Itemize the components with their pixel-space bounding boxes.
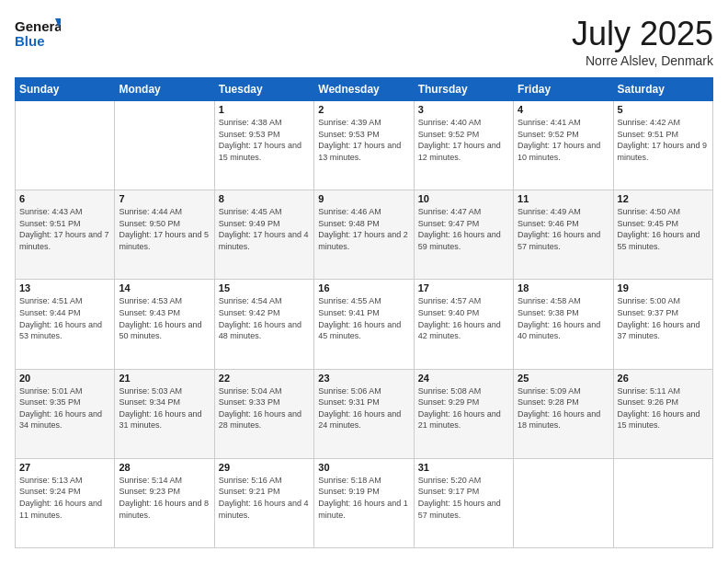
- day-info: Sunrise: 4:49 AM Sunset: 9:46 PM Dayligh…: [518, 206, 609, 252]
- calendar-cell: 29Sunrise: 5:16 AM Sunset: 9:21 PM Dayli…: [214, 458, 313, 547]
- header-wednesday: Wednesday: [314, 78, 414, 101]
- day-info: Sunrise: 5:03 AM Sunset: 9:34 PM Dayligh…: [119, 385, 210, 431]
- calendar-cell: 21Sunrise: 5:03 AM Sunset: 9:34 PM Dayli…: [115, 369, 214, 458]
- header-saturday: Saturday: [613, 78, 712, 101]
- day-number: 24: [418, 373, 509, 384]
- day-info: Sunrise: 5:08 AM Sunset: 9:29 PM Dayligh…: [418, 385, 509, 431]
- calendar-cell: 31Sunrise: 5:20 AM Sunset: 9:17 PM Dayli…: [414, 458, 513, 547]
- day-number: 6: [19, 193, 110, 204]
- day-number: 27: [19, 462, 110, 473]
- day-number: 21: [119, 373, 210, 384]
- calendar-cell: 5Sunrise: 4:42 AM Sunset: 9:51 PM Daylig…: [613, 101, 712, 190]
- calendar-cell: 19Sunrise: 5:00 AM Sunset: 9:37 PM Dayli…: [613, 280, 712, 369]
- calendar-cell: 1Sunrise: 4:38 AM Sunset: 9:53 PM Daylig…: [214, 101, 313, 190]
- calendar-cell: 13Sunrise: 4:51 AM Sunset: 9:44 PM Dayli…: [16, 280, 115, 369]
- calendar-cell: 6Sunrise: 4:43 AM Sunset: 9:51 PM Daylig…: [16, 190, 115, 280]
- day-number: 31: [418, 462, 509, 473]
- calendar-cell: [613, 458, 712, 547]
- day-number: 16: [318, 282, 409, 293]
- day-number: 3: [418, 104, 509, 115]
- day-number: 4: [518, 104, 609, 115]
- calendar-cell: 2Sunrise: 4:39 AM Sunset: 9:53 PM Daylig…: [314, 101, 414, 190]
- day-number: 18: [518, 282, 609, 293]
- day-number: 5: [618, 104, 709, 115]
- header: General Blue July 2025 Norre Alslev, Den…: [15, 15, 713, 68]
- day-number: 28: [119, 462, 210, 473]
- day-number: 29: [219, 462, 310, 473]
- calendar-header-row: SundayMondayTuesdayWednesdayThursdayFrid…: [16, 78, 713, 101]
- day-info: Sunrise: 4:42 AM Sunset: 9:51 PM Dayligh…: [618, 117, 709, 163]
- day-info: Sunrise: 5:20 AM Sunset: 9:17 PM Dayligh…: [418, 475, 509, 521]
- day-info: Sunrise: 5:13 AM Sunset: 9:24 PM Dayligh…: [19, 475, 110, 521]
- day-info: Sunrise: 5:16 AM Sunset: 9:21 PM Dayligh…: [219, 475, 310, 521]
- day-number: 8: [219, 193, 310, 204]
- calendar-cell: 30Sunrise: 5:18 AM Sunset: 9:19 PM Dayli…: [314, 458, 414, 547]
- day-number: 14: [119, 282, 210, 293]
- day-number: 25: [518, 373, 609, 384]
- day-number: 20: [19, 373, 110, 384]
- calendar-cell: [514, 458, 613, 547]
- day-info: Sunrise: 4:39 AM Sunset: 9:53 PM Dayligh…: [318, 117, 409, 163]
- calendar-cell: 17Sunrise: 4:57 AM Sunset: 9:40 PM Dayli…: [414, 280, 513, 369]
- day-info: Sunrise: 5:04 AM Sunset: 9:33 PM Dayligh…: [219, 385, 310, 431]
- day-info: Sunrise: 5:11 AM Sunset: 9:26 PM Dayligh…: [618, 385, 709, 431]
- week-row-3: 13Sunrise: 4:51 AM Sunset: 9:44 PM Dayli…: [16, 280, 713, 369]
- day-number: 13: [19, 282, 110, 293]
- day-number: 15: [219, 282, 310, 293]
- calendar-cell: 15Sunrise: 4:54 AM Sunset: 9:42 PM Dayli…: [214, 280, 313, 369]
- day-info: Sunrise: 4:41 AM Sunset: 9:52 PM Dayligh…: [518, 117, 609, 163]
- day-info: Sunrise: 4:54 AM Sunset: 9:42 PM Dayligh…: [219, 295, 310, 341]
- day-info: Sunrise: 4:45 AM Sunset: 9:49 PM Dayligh…: [219, 206, 310, 252]
- day-info: Sunrise: 5:09 AM Sunset: 9:28 PM Dayligh…: [518, 385, 609, 431]
- location: Norre Alslev, Denmark: [572, 53, 713, 68]
- day-info: Sunrise: 4:51 AM Sunset: 9:44 PM Dayligh…: [19, 295, 110, 341]
- week-row-1: 1Sunrise: 4:38 AM Sunset: 9:53 PM Daylig…: [16, 101, 713, 190]
- calendar-cell: 20Sunrise: 5:01 AM Sunset: 9:35 PM Dayli…: [16, 369, 115, 458]
- header-tuesday: Tuesday: [214, 78, 313, 101]
- calendar-cell: 3Sunrise: 4:40 AM Sunset: 9:52 PM Daylig…: [414, 101, 513, 190]
- day-info: Sunrise: 5:06 AM Sunset: 9:31 PM Dayligh…: [318, 385, 409, 431]
- day-info: Sunrise: 4:47 AM Sunset: 9:47 PM Dayligh…: [418, 206, 509, 252]
- calendar-cell: 22Sunrise: 5:04 AM Sunset: 9:33 PM Dayli…: [214, 369, 313, 458]
- calendar-cell: 7Sunrise: 4:44 AM Sunset: 9:50 PM Daylig…: [115, 190, 214, 280]
- day-number: 12: [618, 193, 709, 204]
- title-block: July 2025 Norre Alslev, Denmark: [572, 15, 713, 68]
- day-info: Sunrise: 4:46 AM Sunset: 9:48 PM Dayligh…: [318, 206, 409, 252]
- day-info: Sunrise: 4:50 AM Sunset: 9:45 PM Dayligh…: [618, 206, 709, 252]
- day-info: Sunrise: 4:58 AM Sunset: 9:38 PM Dayligh…: [518, 295, 609, 341]
- calendar-cell: 16Sunrise: 4:55 AM Sunset: 9:41 PM Dayli…: [314, 280, 414, 369]
- day-number: 2: [318, 104, 409, 115]
- day-number: 17: [418, 282, 509, 293]
- day-info: Sunrise: 5:00 AM Sunset: 9:37 PM Dayligh…: [618, 295, 709, 341]
- calendar-cell: 9Sunrise: 4:46 AM Sunset: 9:48 PM Daylig…: [314, 190, 414, 280]
- header-sunday: Sunday: [16, 78, 115, 101]
- day-number: 10: [418, 193, 509, 204]
- day-number: 1: [219, 104, 310, 115]
- header-monday: Monday: [115, 78, 214, 101]
- calendar-cell: 28Sunrise: 5:14 AM Sunset: 9:23 PM Dayli…: [115, 458, 214, 547]
- day-number: 11: [518, 193, 609, 204]
- svg-text:General: General: [15, 18, 61, 34]
- day-info: Sunrise: 4:40 AM Sunset: 9:52 PM Dayligh…: [418, 117, 509, 163]
- week-row-2: 6Sunrise: 4:43 AM Sunset: 9:51 PM Daylig…: [16, 190, 713, 280]
- day-number: 19: [618, 282, 709, 293]
- header-thursday: Thursday: [414, 78, 513, 101]
- day-info: Sunrise: 4:43 AM Sunset: 9:51 PM Dayligh…: [19, 206, 110, 252]
- calendar-cell: [115, 101, 214, 190]
- month-title: July 2025: [572, 15, 713, 53]
- calendar-cell: 25Sunrise: 5:09 AM Sunset: 9:28 PM Dayli…: [514, 369, 613, 458]
- calendar-table: SundayMondayTuesdayWednesdayThursdayFrid…: [15, 77, 713, 548]
- day-info: Sunrise: 4:38 AM Sunset: 9:53 PM Dayligh…: [219, 117, 310, 163]
- day-number: 30: [318, 462, 409, 473]
- calendar-cell: 4Sunrise: 4:41 AM Sunset: 9:52 PM Daylig…: [514, 101, 613, 190]
- day-number: 9: [318, 193, 409, 204]
- week-row-4: 20Sunrise: 5:01 AM Sunset: 9:35 PM Dayli…: [16, 369, 713, 458]
- day-info: Sunrise: 4:44 AM Sunset: 9:50 PM Dayligh…: [119, 206, 210, 252]
- logo-svg: General Blue: [15, 15, 61, 53]
- calendar-cell: 27Sunrise: 5:13 AM Sunset: 9:24 PM Dayli…: [16, 458, 115, 547]
- day-info: Sunrise: 4:57 AM Sunset: 9:40 PM Dayligh…: [418, 295, 509, 341]
- svg-text:Blue: Blue: [15, 33, 45, 49]
- calendar-cell: 11Sunrise: 4:49 AM Sunset: 9:46 PM Dayli…: [514, 190, 613, 280]
- day-number: 23: [318, 373, 409, 384]
- calendar-cell: 23Sunrise: 5:06 AM Sunset: 9:31 PM Dayli…: [314, 369, 414, 458]
